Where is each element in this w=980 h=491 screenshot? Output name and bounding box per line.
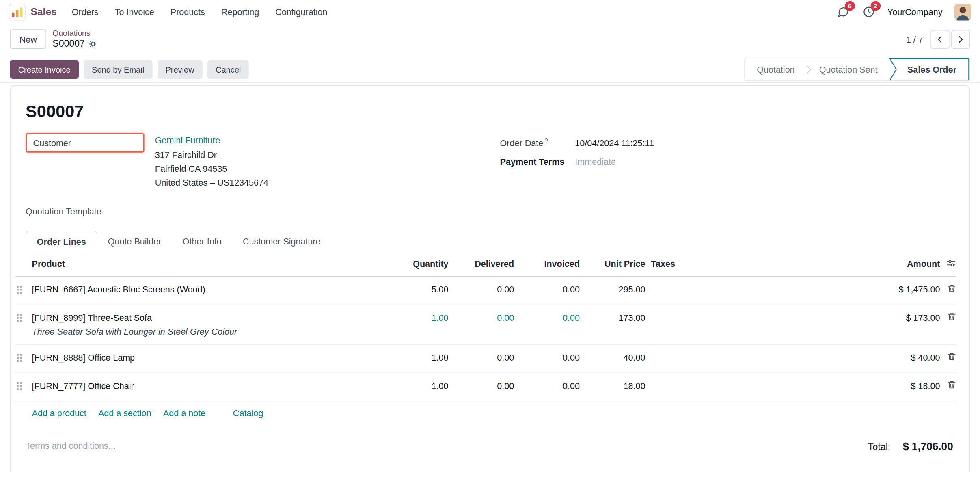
app-name[interactable]: Sales bbox=[30, 6, 56, 17]
cell-invoiced[interactable]: 0.00 bbox=[514, 352, 580, 364]
table-row: [FURN_7777] Office Chair 1.00 0.00 0.00 … bbox=[15, 373, 956, 401]
cell-product-description[interactable]: Three Seater Sofa with Lounger in Steel … bbox=[32, 326, 395, 337]
delete-row-icon[interactable] bbox=[947, 380, 956, 389]
new-button[interactable]: New bbox=[10, 29, 46, 49]
header-taxes: Taxes bbox=[645, 258, 771, 270]
add-section-link[interactable]: Add a section bbox=[98, 408, 151, 418]
status-step-quotation-sent[interactable]: Quotation Sent bbox=[807, 58, 889, 80]
table-row: [FURN_6667] Acoustic Bloc Screens (Wood)… bbox=[15, 277, 956, 305]
pager-next-button[interactable] bbox=[951, 30, 970, 48]
cell-unit-price[interactable]: 18.00 bbox=[580, 380, 645, 392]
statusbar: Quotation Quotation Sent Sales Order bbox=[744, 58, 970, 82]
payment-terms-label: Payment Terms bbox=[500, 157, 575, 167]
cell-delivered[interactable]: 0.00 bbox=[449, 284, 514, 296]
header-quantity: Quantity bbox=[401, 258, 448, 270]
cell-unit-price[interactable]: 173.00 bbox=[580, 312, 645, 324]
tab-quote-builder[interactable]: Quote Builder bbox=[97, 231, 172, 253]
cell-product[interactable]: [FURN_7777] Office Chair bbox=[32, 380, 402, 392]
cell-quantity[interactable]: 1.00 bbox=[401, 352, 448, 364]
cell-invoiced[interactable]: 0.00 bbox=[514, 312, 580, 324]
menu-to-invoice[interactable]: To Invoice bbox=[115, 7, 154, 17]
help-icon: ? bbox=[544, 137, 548, 144]
order-date-value[interactable]: 10/04/2024 11:25:11 bbox=[575, 138, 654, 148]
menu-orders[interactable]: Orders bbox=[72, 7, 99, 17]
table-row: [FURN_8888] Office Lamp 1.00 0.00 0.00 4… bbox=[15, 345, 956, 373]
messages-button[interactable]: 6 bbox=[836, 5, 850, 19]
cell-quantity[interactable]: 1.00 bbox=[401, 312, 448, 324]
breadcrumb-current-record: S00007 bbox=[52, 38, 85, 50]
company-switcher[interactable]: YourCompany bbox=[887, 7, 943, 17]
cell-unit-price[interactable]: 295.00 bbox=[580, 284, 645, 296]
form-sheet: S00007 Gemini Furniture 317 Fairchild Dr… bbox=[10, 85, 970, 472]
messages-badge: 6 bbox=[845, 1, 855, 11]
cell-delivered[interactable]: 0.00 bbox=[449, 380, 514, 392]
header-delivered: Delivered bbox=[449, 258, 514, 270]
cell-quantity[interactable]: 1.00 bbox=[401, 380, 448, 392]
activities-button[interactable]: 2 bbox=[862, 5, 876, 19]
drag-handle-icon[interactable] bbox=[15, 313, 23, 323]
chevron-left-icon bbox=[936, 35, 945, 43]
drag-handle-icon[interactable] bbox=[15, 353, 23, 363]
pager-previous-button[interactable] bbox=[930, 30, 949, 48]
sales-app-icon[interactable] bbox=[9, 3, 26, 20]
status-step-sales-order[interactable]: Sales Order bbox=[889, 58, 969, 80]
cell-product[interactable]: [FURN_8888] Office Lamp bbox=[32, 352, 402, 364]
menu-products[interactable]: Products bbox=[171, 7, 205, 17]
order-title: S00007 bbox=[26, 102, 954, 121]
cell-delivered[interactable]: 0.00 bbox=[449, 312, 514, 324]
delete-row-icon[interactable] bbox=[947, 312, 956, 321]
delete-row-icon[interactable] bbox=[947, 352, 956, 361]
partner-link[interactable]: Gemini Furniture bbox=[155, 133, 268, 147]
menu-reporting[interactable]: Reporting bbox=[221, 7, 259, 17]
header-product: Product bbox=[32, 258, 402, 270]
pager-counter[interactable]: 1 / 7 bbox=[906, 34, 923, 44]
cell-unit-price[interactable]: 40.00 bbox=[580, 352, 645, 364]
tab-customer-signature[interactable]: Customer Signature bbox=[232, 231, 331, 253]
terms-input[interactable]: Terms and conditions... bbox=[26, 441, 116, 451]
top-navbar: Sales Orders To Invoice Products Reporti… bbox=[0, 0, 980, 24]
cancel-button[interactable]: Cancel bbox=[207, 60, 249, 79]
cell-product[interactable]: [FURN_8999] Three-Seat Sofa bbox=[32, 312, 395, 324]
customer-input[interactable] bbox=[26, 133, 145, 153]
optional-columns-icon[interactable] bbox=[946, 258, 956, 268]
payment-terms-value[interactable]: Immediate bbox=[575, 157, 616, 167]
status-step-quotation[interactable]: Quotation bbox=[745, 58, 807, 80]
payment-terms-field: Payment Terms Immediate bbox=[500, 157, 954, 167]
delete-row-icon[interactable] bbox=[947, 284, 956, 293]
cell-product[interactable]: [FURN_6667] Acoustic Bloc Screens (Wood) bbox=[32, 284, 402, 296]
catalog-link[interactable]: Catalog bbox=[233, 408, 263, 418]
add-note-link[interactable]: Add a note bbox=[163, 408, 205, 418]
table-row: [FURN_8999] Three-Seat Sofa Three Seater… bbox=[15, 305, 956, 345]
quotation-template-input[interactable] bbox=[108, 205, 245, 217]
order-lines-table: Product Quantity Delivered Invoiced Unit… bbox=[15, 253, 956, 426]
header-invoiced: Invoiced bbox=[514, 258, 580, 270]
send-by-email-button[interactable]: Send by Email bbox=[84, 60, 152, 79]
add-product-link[interactable]: Add a product bbox=[32, 408, 86, 418]
quotation-template-label: Quotation Template bbox=[26, 206, 101, 216]
header-amount: Amount bbox=[770, 258, 940, 270]
cell-amount: $ 40.00 bbox=[770, 352, 940, 364]
table-header-row: Product Quantity Delivered Invoiced Unit… bbox=[15, 253, 956, 277]
drag-handle-icon[interactable] bbox=[15, 381, 23, 391]
drag-handle-icon[interactable] bbox=[15, 284, 23, 294]
preview-button[interactable]: Preview bbox=[157, 60, 202, 79]
header-unit-price: Unit Price bbox=[580, 258, 645, 270]
tab-order-lines[interactable]: Order Lines bbox=[26, 231, 97, 253]
cell-delivered[interactable]: 0.00 bbox=[449, 352, 514, 364]
gear-icon[interactable] bbox=[89, 40, 97, 48]
address-line: United States – US12345674 bbox=[155, 176, 268, 190]
chevron-right-icon bbox=[956, 35, 965, 43]
tab-other-info[interactable]: Other Info bbox=[172, 231, 232, 253]
address-line: 317 Fairchild Dr bbox=[155, 148, 268, 162]
action-bar: Create Invoice Send by Email Preview Can… bbox=[0, 56, 980, 83]
cell-invoiced[interactable]: 0.00 bbox=[514, 380, 580, 392]
menu-configuration[interactable]: Configuration bbox=[275, 7, 327, 17]
breadcrumb: Quotations S00007 bbox=[52, 29, 97, 50]
create-invoice-button[interactable]: Create Invoice bbox=[10, 60, 79, 79]
partner-address-block: Gemini Furniture 317 Fairchild Dr Fairfi… bbox=[155, 133, 268, 190]
user-avatar[interactable] bbox=[954, 3, 971, 20]
cell-quantity[interactable]: 5.00 bbox=[401, 284, 448, 296]
cell-invoiced[interactable]: 0.00 bbox=[514, 284, 580, 296]
breadcrumb-quotations-link[interactable]: Quotations bbox=[52, 29, 97, 38]
control-panel: New Quotations S00007 1 / 7 bbox=[0, 24, 980, 56]
